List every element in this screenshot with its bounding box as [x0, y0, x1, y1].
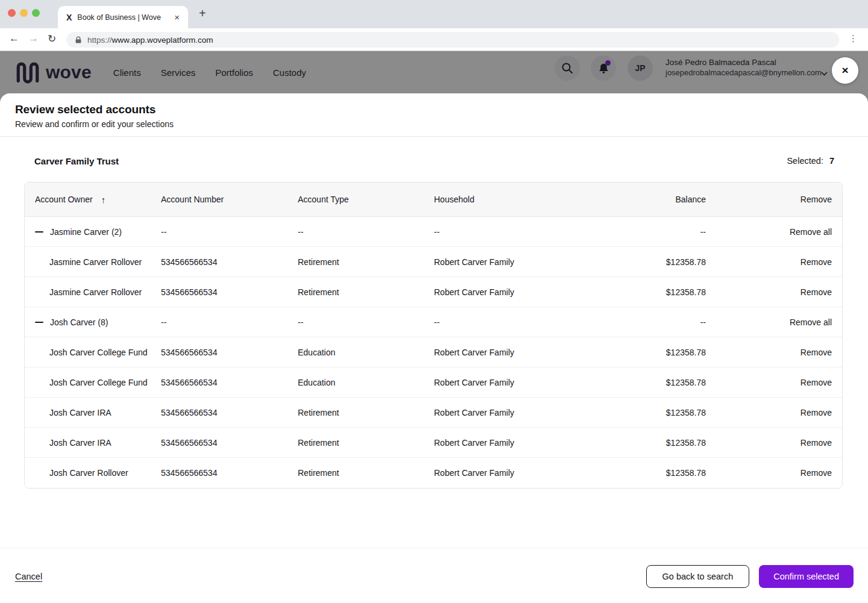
- household: --: [434, 317, 597, 327]
- browser-toolbar: ← → ↻ https://www.app.woveplatform.com ⋮: [0, 28, 868, 51]
- remove-link[interactable]: Remove: [800, 257, 832, 267]
- go-back-to-search-button[interactable]: Go back to search: [646, 565, 750, 588]
- column-header-account-owner[interactable]: Account Owner ↑: [25, 195, 161, 205]
- account-number: 534566566534: [161, 348, 298, 357]
- address-bar[interactable]: https://www.app.woveplatform.com: [66, 32, 839, 48]
- modal-subtitle: Review and confirm or edit your selectio…: [15, 119, 853, 129]
- selected-count: 7: [829, 156, 834, 166]
- column-header-account-number: Account Number: [161, 195, 298, 204]
- remove-all-link[interactable]: Remove all: [790, 317, 832, 327]
- table-row: Jasmine Carver Rollover 534566566534 Ret…: [25, 277, 842, 307]
- column-header-balance: Balance: [597, 195, 706, 204]
- table-header-row: Account Owner ↑ Account Number Account T…: [25, 183, 842, 217]
- balance: $12358.78: [597, 468, 706, 478]
- modal-footer: Cancel Go back to search Confirm selecte…: [15, 565, 854, 588]
- account-type: --: [298, 227, 434, 237]
- confirm-selected-button[interactable]: Confirm selected: [759, 565, 854, 588]
- owner-label: Jasmine Carver Rollover: [49, 257, 142, 267]
- browser-tab[interactable]: X Book of Business | Wove ×: [58, 6, 188, 28]
- reload-icon[interactable]: ↻: [48, 33, 56, 45]
- account-type: Retirement: [298, 287, 434, 297]
- tab-close-icon[interactable]: ×: [173, 12, 181, 22]
- new-tab-button[interactable]: +: [199, 7, 206, 20]
- remove-link[interactable]: Remove: [800, 438, 832, 448]
- accounts-table: Account Owner ↑ Account Number Account T…: [24, 182, 843, 489]
- remove-link[interactable]: Remove: [800, 287, 832, 297]
- modal-close-button[interactable]: ×: [832, 57, 858, 84]
- column-label: Account Owner: [35, 195, 93, 204]
- household: Robert Carver Family: [434, 468, 597, 478]
- account-number: 534566566534: [161, 408, 298, 417]
- url-host: www.app.woveplatform.com: [112, 36, 213, 45]
- column-header-household: Household: [434, 195, 597, 204]
- owner-label: Josh Carver College Fund: [49, 348, 148, 357]
- account-number: --: [161, 227, 298, 237]
- remove-link[interactable]: Remove: [800, 378, 832, 387]
- balance: $12358.78: [597, 438, 706, 448]
- window-close-button[interactable]: [8, 9, 16, 17]
- table-row: Josh Carver Rollover 534566566534 Retire…: [25, 458, 842, 488]
- window-minimize-button[interactable]: [20, 9, 28, 17]
- account-number: 534566566534: [161, 438, 298, 448]
- column-header-remove: Remove: [706, 195, 842, 204]
- forward-icon[interactable]: →: [28, 33, 39, 45]
- remove-link[interactable]: Remove: [800, 408, 832, 417]
- remove-all-link[interactable]: Remove all: [790, 227, 832, 237]
- household: Robert Carver Family: [434, 378, 597, 387]
- table-row: Josh Carver College Fund 534566566534 Ed…: [25, 367, 842, 398]
- household: Robert Carver Family: [434, 257, 597, 267]
- household: --: [434, 227, 597, 237]
- selected-summary: Selected:7: [787, 156, 834, 166]
- household: Robert Carver Family: [434, 408, 597, 417]
- collapse-minus-icon[interactable]: [35, 231, 43, 233]
- remove-link[interactable]: Remove: [800, 348, 832, 357]
- household: Robert Carver Family: [434, 348, 597, 357]
- household: Robert Carver Family: [434, 438, 597, 448]
- household: Robert Carver Family: [434, 287, 597, 297]
- account-type: Retirement: [298, 438, 434, 448]
- table-row: Josh Carver College Fund 534566566534 Ed…: [25, 337, 842, 367]
- remove-link[interactable]: Remove: [800, 468, 832, 478]
- footer-buttons: Go back to search Confirm selected: [646, 565, 854, 588]
- window-zoom-button[interactable]: [32, 9, 40, 17]
- balance: --: [597, 227, 706, 237]
- review-modal: Review selected accounts Review and conf…: [0, 93, 868, 603]
- account-number: --: [161, 317, 298, 327]
- account-number: 534566566534: [161, 378, 298, 387]
- account-type: Retirement: [298, 408, 434, 417]
- modal-header: Review selected accounts Review and conf…: [0, 93, 868, 137]
- browser-tabstrip: X Book of Business | Wove × +: [0, 0, 868, 28]
- lock-icon: [75, 36, 82, 44]
- owner-label: Josh Carver IRA: [49, 408, 112, 417]
- account-number: 534566566534: [161, 257, 298, 267]
- owner-label: Josh Carver (8): [50, 317, 108, 327]
- url-scheme: https://: [87, 36, 112, 45]
- balance: $12358.78: [597, 408, 706, 417]
- table-row-group: Jasmine Carver (2) -- -- -- -- Remove al…: [25, 217, 842, 247]
- url-text: https://www.app.woveplatform.com: [87, 36, 213, 45]
- back-icon[interactable]: ←: [9, 33, 19, 45]
- collapse-minus-icon[interactable]: [35, 322, 43, 323]
- account-type: Education: [298, 348, 434, 357]
- browser-menu-icon[interactable]: ⋮: [849, 33, 858, 44]
- account-number: 534566566534: [161, 468, 298, 478]
- account-type: Retirement: [298, 468, 434, 478]
- balance: $12358.78: [597, 287, 706, 297]
- owner-label: Jasmine Carver Rollover: [49, 287, 142, 297]
- selected-label: Selected:: [787, 156, 823, 166]
- sort-ascending-icon[interactable]: ↑: [101, 195, 106, 205]
- table-row: Jasmine Carver Rollover 534566566534 Ret…: [25, 247, 842, 277]
- tab-title: Book of Business | Wove: [77, 13, 173, 22]
- table-row-group: Josh Carver (8) -- -- -- -- Remove all: [25, 307, 842, 337]
- cancel-link[interactable]: Cancel: [15, 572, 42, 581]
- table-row: Josh Carver IRA 534566566534 Retirement …: [25, 428, 842, 458]
- account-type: --: [298, 317, 434, 327]
- modal-title: Review selected accounts: [15, 103, 853, 116]
- account-type: Education: [298, 378, 434, 387]
- account-number: 534566566534: [161, 287, 298, 297]
- section-row: Carver Family Trust Selected:7: [34, 154, 834, 168]
- section-title: Carver Family Trust: [34, 156, 119, 166]
- table-row: Josh Carver IRA 534566566534 Retirement …: [25, 398, 842, 428]
- screen: X Book of Business | Wove × + ← → ↻ http…: [0, 0, 868, 603]
- tab-favicon-icon: X: [66, 13, 72, 22]
